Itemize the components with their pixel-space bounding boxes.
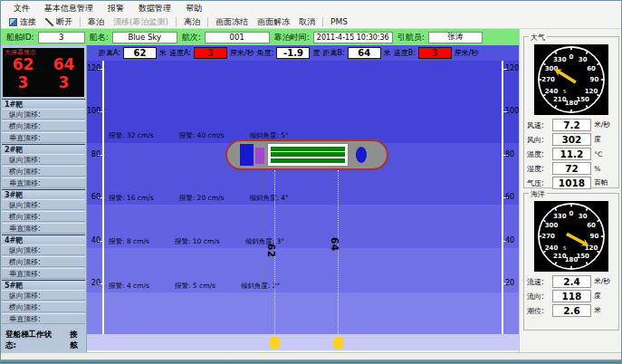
voyage-value[interactable]: 001 — [205, 32, 270, 43]
toolbar-separator — [322, 17, 323, 27]
drift-row: 垂直漂移: — [2, 268, 85, 279]
unberth-button[interactable]: 离泊 — [179, 16, 205, 28]
connect-button[interactable]: 连接 — [5, 16, 41, 28]
svg-text:0: 0 — [569, 53, 574, 61]
ship-id-field: 船舶ID: 3 — [6, 32, 85, 43]
svg-text:180: 180 — [565, 256, 579, 263]
alarm-threshold: 报警: 40 cm/s — [179, 131, 225, 140]
drift-row: 垂直漂移: — [2, 313, 85, 324]
sidebar: 大屏幕显示 62 64 3 3 1#靶 纵向漂移: 横向漂移: 垂直漂移: 2#… — [1, 45, 87, 352]
svg-text:330: 330 — [553, 56, 567, 63]
svg-text:60: 60 — [587, 65, 596, 72]
axis-tick-label: 120 — [87, 64, 100, 72]
gangway-status: 登船梯工作状态: 接舷 — [2, 325, 85, 351]
distance-line-label-b: 64 — [329, 237, 340, 251]
temperature-value: 11.2 — [552, 148, 591, 160]
svg-text:240: 240 — [545, 244, 559, 252]
svg-text:270: 270 — [541, 233, 555, 240]
speed-b-label: 速度B: — [394, 48, 416, 58]
disconnect-button[interactable]: 断开 — [41, 16, 77, 28]
sensor-group-title: 1#靶 — [2, 99, 85, 109]
axis-tick-label: 60 — [505, 193, 519, 201]
distance-a-value[interactable]: 62 — [123, 47, 157, 59]
unfreeze-screen-button[interactable]: 画面解冻 — [253, 16, 294, 28]
svg-text:S: S — [563, 89, 567, 94]
svg-text:0: 0 — [569, 210, 574, 217]
wind-compass-gauge: 0306090120150180210240270300330S — [534, 44, 608, 115]
pms-button[interactable]: PMS — [326, 16, 352, 28]
distance-b-value[interactable]: 64 — [348, 47, 381, 59]
ship-id-value[interactable]: 3 — [38, 32, 85, 43]
ship-name-label: 船名: — [90, 32, 109, 43]
menu-item-basic-info[interactable]: 基本信息管理 — [37, 3, 100, 14]
svg-text:120: 120 — [585, 88, 598, 95]
menu-bar: 文件 基本信息管理 报警 数据管理 帮助 — [1, 1, 621, 15]
weather-row: 风向: 302 度 — [527, 133, 616, 146]
humidity-unit: % — [594, 165, 616, 173]
app-window: 文件 基本信息管理 报警 数据管理 帮助 连接 断开 靠泊 漂移(靠泊监测) 离… — [0, 0, 622, 364]
axis-tick-label: 40 — [87, 236, 100, 244]
ship-deckhouse — [255, 148, 264, 164]
ship-superstructure — [240, 144, 254, 166]
freeze-screen-button[interactable]: 画面冻结 — [211, 16, 253, 28]
connect-icon — [9, 18, 17, 26]
temperature-unit: °C — [594, 150, 616, 158]
current-compass-gauge: 0306090120150180210240270300330S — [534, 201, 608, 272]
measurement-bar: 距离A: 62 米 速度A: 3 厘米/秒 角度: -1.9 度 距离B: 64… — [87, 45, 519, 61]
speed-a-value[interactable]: 3 — [194, 47, 227, 59]
svg-text:210: 210 — [553, 253, 567, 260]
alarm-threshold: 报警: 8 cm/s — [109, 237, 149, 246]
axis-tick-label: 100 — [87, 107, 100, 115]
ocean-row: 潮位: 2.6 米 — [527, 304, 616, 317]
angle-unit: 度 — [312, 48, 320, 58]
ship-name-field: 船名: Blue Sky — [90, 32, 177, 43]
menu-item-help[interactable]: 帮助 — [178, 3, 209, 14]
current-direction-unit: 度 — [594, 292, 616, 301]
speed-b-value[interactable]: 3 — [418, 47, 452, 59]
menu-item-data-management[interactable]: 数据管理 — [131, 3, 178, 14]
current-speed-value: 2.4 — [552, 275, 591, 288]
y-axis-left — [102, 61, 104, 334]
drift-row-label: 垂直漂移: — [9, 133, 41, 143]
current-speed-unit: 米/秒 — [594, 277, 616, 286]
drift-row: 纵向漂移: — [2, 199, 85, 210]
drift-row-label: 横向漂移: — [9, 212, 41, 222]
sensor-group-title: 5#靶 — [2, 280, 85, 290]
display-distance-row: 62 64 — [3, 56, 84, 74]
band-threshold-labels: 报警: 8 cm/s 报警: 10 cm/s 倾斜角度: 3° — [109, 237, 284, 246]
drift-row: 垂直漂移: — [2, 177, 85, 188]
berth-button[interactable]: 靠泊 — [83, 16, 109, 28]
menu-item-alarm[interactable]: 报警 — [100, 3, 131, 14]
pressure-value: 1018 — [552, 177, 591, 189]
cancel-button[interactable]: 取消 — [294, 16, 320, 28]
distance-b-unit: 米 — [384, 48, 391, 58]
drift-row-label: 纵向漂移: — [9, 245, 41, 255]
wind-direction-unit: 度 — [594, 135, 616, 144]
svg-text:240: 240 — [545, 88, 559, 95]
display-speed-b: 3 — [59, 74, 70, 92]
drift-row-label: 垂直漂移: — [9, 269, 41, 279]
drift-row-label: 垂直漂移: — [9, 178, 41, 188]
axis-tick-label: 80 — [87, 150, 100, 158]
display-distance-b: 64 — [53, 56, 75, 74]
speed-a-label: 速度A: — [169, 48, 191, 58]
alarm-band-5 — [87, 292, 519, 334]
display-speed-a: 3 — [18, 74, 29, 92]
angle-value[interactable]: -1.9 — [276, 47, 310, 59]
sensor-group-2: 2#靶 纵向漂移: 横向漂移: 垂直漂移: — [2, 144, 85, 188]
pilot-label: 引航员: — [397, 32, 425, 43]
berth-time-value[interactable]: 2011-4-15 10:30:36 — [313, 32, 393, 43]
alarm-threshold: 报警: 10 cm/s — [175, 237, 220, 246]
ship-name-value[interactable]: Blue Sky — [112, 32, 177, 43]
hatch-stripe — [271, 152, 345, 157]
menu-item-file[interactable]: 文件 — [6, 3, 37, 14]
distance-a-unit: 米 — [159, 48, 167, 58]
disconnect-icon — [45, 18, 53, 26]
axis-tick-label: 40 — [505, 236, 519, 244]
wind-direction-value: 302 — [552, 133, 591, 146]
svg-text:330: 330 — [553, 213, 567, 220]
pilot-value[interactable]: 张涛 — [428, 32, 483, 43]
drift-row: 垂直漂移: — [2, 132, 85, 143]
pilot-field: 引航员: 张涛 — [397, 32, 483, 43]
weather-row: 湿度: 72 % — [527, 162, 616, 175]
